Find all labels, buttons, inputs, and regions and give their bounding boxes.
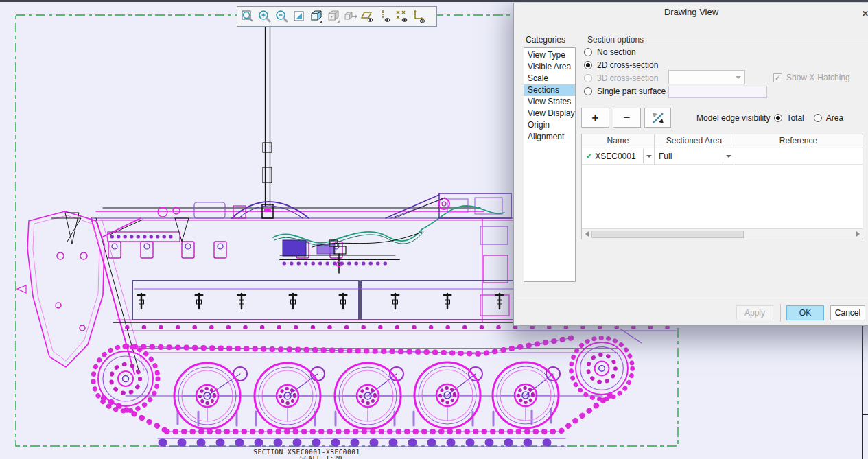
add-section-button[interactable]: + xyxy=(581,108,609,128)
category-alignment[interactable]: Alignment xyxy=(524,131,575,143)
apply-button: Apply xyxy=(736,305,773,320)
single-part-surface-radio[interactable] xyxy=(584,87,592,95)
category-scale[interactable]: Scale xyxy=(524,73,575,84)
xhatching-label: Show X-Hatching xyxy=(786,73,850,82)
category-origin[interactable]: Origin xyxy=(524,119,575,131)
drawing-view-dialog: Drawing View ✕ Categories View Type Visi… xyxy=(513,3,868,326)
no-section-radio[interactable] xyxy=(584,48,592,56)
datum-display-icon[interactable] xyxy=(359,8,376,25)
section-options-label: Section options xyxy=(587,35,644,45)
model-edge-visibility-label: Model edge visibility xyxy=(696,113,770,123)
scrollbar-thumb[interactable] xyxy=(591,231,744,238)
point-display-icon[interactable] xyxy=(393,8,410,25)
total-label: Total xyxy=(786,113,804,123)
sectioned-area-dropdown[interactable] xyxy=(723,149,734,163)
col-reference[interactable]: Reference xyxy=(734,134,863,148)
dialog-title: Drawing View xyxy=(514,3,868,21)
categories-label: Categories xyxy=(526,35,565,45)
3d-cross-section-label: 3D cross-section xyxy=(597,73,658,83)
sheet-border-tick xyxy=(862,414,868,415)
group-rule xyxy=(642,40,868,40)
table-header: Name Sectioned Area Reference xyxy=(582,134,863,148)
csys-display-icon[interactable] xyxy=(410,8,427,25)
cancel-button[interactable]: Cancel xyxy=(830,305,865,320)
model-edge-visibility-control: Model edge visibility Total Area xyxy=(696,108,843,128)
categories-list: View Type Visible Area Scale Sections Vi… xyxy=(524,47,576,282)
single-part-surface-field[interactable] xyxy=(668,86,767,98)
radio-row-3d: 3D cross-section xyxy=(584,73,658,84)
2d-cross-section-label: 2D cross-section xyxy=(597,60,658,70)
display-style-icon[interactable] xyxy=(307,8,325,25)
repaint-icon[interactable] xyxy=(290,8,307,25)
show-xhatching-control: ✓ Show X-Hatching xyxy=(773,73,850,82)
radio-row-2d[interactable]: 2D cross-section xyxy=(584,60,658,71)
sections-table: Name Sectioned Area Reference ✔ XSEC0001… xyxy=(581,134,863,239)
single-part-surface-label: Single part surface xyxy=(597,86,666,96)
saved-view-list-icon[interactable] xyxy=(325,8,342,25)
axis-display-icon[interactable] xyxy=(376,8,393,25)
xhatching-checkbox: ✓ xyxy=(773,73,782,82)
graphics-toolbar xyxy=(237,6,437,27)
ok-button[interactable]: OK xyxy=(786,305,824,320)
no-section-label: No section xyxy=(597,47,636,57)
scroll-right-icon[interactable] xyxy=(853,229,863,239)
dialog-separator xyxy=(514,301,868,301)
check-icon: ✔ xyxy=(586,152,592,161)
view-manager-icon[interactable] xyxy=(342,8,359,25)
col-name[interactable]: Name xyxy=(582,134,655,148)
total-radio[interactable] xyxy=(774,114,782,122)
3d-section-combobox xyxy=(668,70,745,84)
view-scale-label: SCALE 1:20 xyxy=(300,454,342,459)
sectioned-area-value: Full xyxy=(659,152,672,161)
close-icon[interactable]: ✕ xyxy=(860,8,868,19)
zoom-out-icon[interactable] xyxy=(273,8,290,25)
section-name-value: XSEC0001 xyxy=(595,152,635,161)
scroll-left-icon[interactable] xyxy=(582,229,591,239)
name-dropdown[interactable] xyxy=(643,149,654,163)
flip-direction-icon xyxy=(650,110,666,126)
table-horizontal-scrollbar[interactable] xyxy=(582,228,863,239)
radio-row-no-section[interactable]: No section xyxy=(584,47,636,58)
col-sectioned-area[interactable]: Sectioned Area xyxy=(655,134,734,148)
table-row[interactable]: ✔ XSEC0001 Full xyxy=(582,148,863,165)
2d-cross-section-radio[interactable] xyxy=(584,61,592,69)
category-sections[interactable]: Sections xyxy=(524,84,575,96)
3d-cross-section-radio xyxy=(584,74,592,82)
category-view-display[interactable]: View Display xyxy=(524,108,575,119)
remove-section-button[interactable]: − xyxy=(613,108,641,128)
chevron-down-icon xyxy=(736,76,741,79)
zoom-in-icon[interactable] xyxy=(256,8,273,25)
radio-row-surface[interactable]: Single part surface xyxy=(584,86,666,97)
flip-direction-button[interactable] xyxy=(644,108,671,128)
area-radio[interactable] xyxy=(814,114,822,122)
category-view-states[interactable]: View States xyxy=(524,96,575,108)
area-label: Area xyxy=(826,113,843,123)
application-window: SECTION XSEC0001-XSEC0001 SCALE 1:20 D xyxy=(0,0,868,459)
category-view-type[interactable]: View Type xyxy=(524,49,575,61)
button-separator xyxy=(780,304,781,322)
zoom-region-icon[interactable] xyxy=(239,8,256,25)
category-visible-area[interactable]: Visible Area xyxy=(524,61,575,73)
